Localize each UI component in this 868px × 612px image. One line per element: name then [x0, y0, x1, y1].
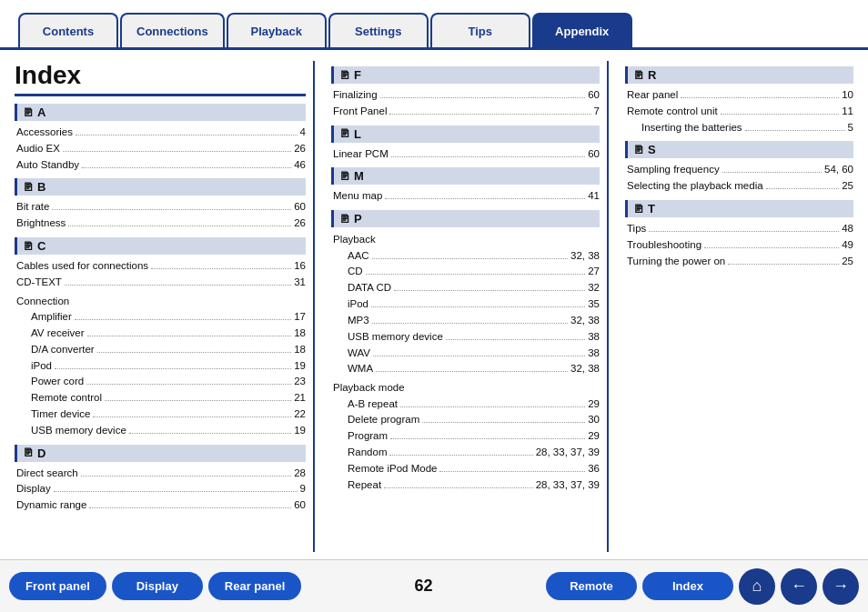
- list-item: Rear panel10: [625, 87, 853, 104]
- tab-contents[interactable]: Contents: [18, 13, 118, 47]
- front-panel-button[interactable]: Front panel: [9, 572, 106, 600]
- list-item: Sampling frequency54, 60: [625, 162, 853, 178]
- list-item: Remote iPod Mode36: [331, 461, 600, 477]
- list-item: CD-TEXT31: [15, 275, 306, 291]
- section-m-icon: 🖹: [339, 170, 350, 183]
- section-l: 🖹 L: [331, 125, 600, 143]
- section-c-icon: 🖹: [23, 240, 34, 253]
- section-p: 🖹 P: [331, 210, 600, 227]
- page-title: Index: [15, 61, 306, 96]
- main-content: Index 🖹 A Accessories4 Audio EX26 Auto S…: [0, 50, 868, 559]
- tab-connections[interactable]: Connections: [120, 13, 225, 47]
- list-item: Remote control unit11: [625, 104, 853, 120]
- list-item: Brightness26: [15, 216, 306, 232]
- remote-button[interactable]: Remote: [546, 572, 637, 600]
- rear-panel-button[interactable]: Rear panel: [208, 572, 301, 600]
- group-label: Playback mode: [331, 379, 600, 396]
- list-item: WAV38: [331, 346, 600, 362]
- section-a-icon: 🖹: [23, 106, 34, 119]
- tab-bar: Contents Connections Playback Settings T…: [0, 0, 868, 50]
- list-item: USB memory device38: [331, 329, 600, 346]
- list-item: DATA CD32: [331, 280, 600, 296]
- list-item: AV receiver18: [15, 326, 306, 342]
- section-d-icon: 🖹: [23, 446, 34, 459]
- list-item: A-B repeat29: [331, 396, 600, 413]
- list-item: Bit rate60: [15, 199, 306, 216]
- tab-playback[interactable]: Playback: [227, 13, 327, 47]
- forward-button[interactable]: →: [823, 568, 859, 605]
- list-item: USB memory device19: [15, 423, 306, 439]
- list-item: Timer device22: [15, 406, 306, 423]
- footer-right-buttons: Remote Index ⌂ ← →: [546, 568, 859, 605]
- section-r: 🖹 R: [625, 66, 853, 84]
- list-item: Tips48: [625, 221, 853, 237]
- display-button[interactable]: Display: [112, 572, 203, 600]
- list-item: MP332, 38: [331, 313, 600, 329]
- index-button[interactable]: Index: [642, 572, 733, 600]
- section-t: 🖹 T: [625, 200, 853, 217]
- back-button[interactable]: ←: [781, 568, 817, 605]
- section-r-icon: 🖹: [633, 69, 644, 82]
- list-item: Program29: [331, 428, 600, 445]
- section-s-icon: 🖹: [633, 144, 644, 156]
- list-item: Turning the power on25: [625, 254, 853, 270]
- list-item: iPod19: [15, 358, 306, 375]
- list-item: Front Panel7: [331, 104, 600, 120]
- list-item: Delete program30: [331, 412, 600, 428]
- tab-appendix[interactable]: Appendix: [532, 13, 632, 47]
- column-right: 🖹 R Rear panel10 Remote control unit11 I…: [616, 61, 853, 552]
- home-button[interactable]: ⌂: [739, 568, 775, 605]
- page-number: 62: [415, 577, 433, 596]
- list-item: Amplifier17: [15, 309, 306, 326]
- list-item: Selecting the playback media25: [625, 178, 853, 195]
- tab-settings[interactable]: Settings: [328, 13, 429, 47]
- group-label: Playback: [331, 231, 600, 247]
- tab-tips[interactable]: Tips: [430, 13, 530, 47]
- list-item: Auto Standby46: [15, 157, 306, 174]
- section-s: 🖹 S: [625, 141, 853, 158]
- list-item: Menu map41: [331, 188, 600, 205]
- list-item: CD27: [331, 264, 600, 280]
- section-c: 🖹 C: [15, 237, 306, 255]
- column-middle: 🖹 F Finalizing60 Front Panel7 🖹 L Linear…: [322, 61, 600, 552]
- list-item: Troubleshooting49: [625, 237, 853, 254]
- section-f-icon: 🖹: [339, 69, 350, 82]
- section-a: 🖹 A: [15, 104, 306, 121]
- list-item: Display9: [15, 481, 306, 497]
- list-item: AAC32, 38: [331, 248, 600, 265]
- section-b-icon: 🖹: [23, 181, 34, 194]
- list-item: iPod35: [331, 296, 600, 313]
- list-item: D/A converter18: [15, 342, 306, 358]
- list-item: Random28, 33, 37, 39: [331, 445, 600, 461]
- list-item: Finalizing60: [331, 87, 600, 104]
- list-item: Remote control21: [15, 390, 306, 406]
- footer: Front panel Display Rear panel 62 Remote…: [0, 559, 868, 612]
- list-item: WMA32, 38: [331, 361, 600, 377]
- list-item: Dynamic range60: [15, 497, 306, 514]
- section-f: 🖹 F: [331, 66, 600, 84]
- section-p-icon: 🖹: [339, 213, 350, 226]
- list-item: Inserting the batteries5: [625, 120, 853, 136]
- section-l-icon: 🖹: [339, 127, 350, 140]
- list-item: Cables used for connections16: [15, 258, 306, 275]
- group-label: Connection: [15, 293, 306, 309]
- section-b: 🖹 B: [15, 178, 306, 196]
- list-item: Repeat28, 33, 37, 39: [331, 477, 600, 494]
- divider-left-middle: [313, 61, 315, 552]
- footer-nav-buttons: Front panel Display Rear panel: [9, 572, 301, 600]
- column-left: Index 🖹 A Accessories4 Audio EX26 Auto S…: [15, 61, 306, 552]
- section-t-icon: 🖹: [633, 203, 644, 216]
- list-item: Linear PCM60: [331, 146, 600, 163]
- list-item: Power cord23: [15, 374, 306, 390]
- section-d: 🖹 D: [15, 445, 306, 462]
- list-item: Audio EX26: [15, 141, 306, 157]
- list-item: Direct search28: [15, 466, 306, 482]
- list-item: Accessories4: [15, 125, 306, 141]
- section-m: 🖹 M: [331, 167, 600, 185]
- divider-middle-right: [607, 61, 609, 552]
